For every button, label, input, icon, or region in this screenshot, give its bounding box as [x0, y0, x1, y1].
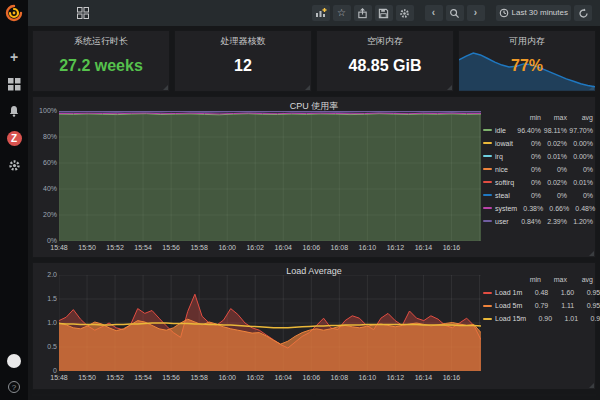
panel-partial-right[interactable]: [316, 394, 596, 396]
x-tick: 15:56: [162, 244, 180, 251]
x-tick: 16:04: [274, 244, 292, 251]
time-shift-back-button[interactable]: ‹: [425, 5, 443, 21]
legend-series-user[interactable]: user0.84%2.39%1.20%: [483, 215, 593, 228]
load-chart-plot[interactable]: [59, 275, 481, 371]
legend-series-label: steal: [495, 192, 515, 199]
resize-handle[interactable]: [163, 85, 168, 90]
dashboard-picker-button[interactable]: [72, 4, 94, 22]
legend-header: minmaxavg: [483, 111, 593, 124]
legend-series-label: Load 15m: [495, 315, 526, 322]
save-dashboard-button[interactable]: [375, 5, 393, 21]
panel-load-average[interactable]: Load Average 00.51.01.52.0 15:4815:5015:…: [32, 262, 596, 390]
refresh-icon: [578, 8, 589, 19]
user-avatar: [7, 354, 21, 368]
sidebar-item-dashboards[interactable]: [3, 75, 25, 93]
x-tick: 15:50: [78, 374, 96, 381]
x-tick: 15:48: [50, 244, 68, 251]
share-icon: [357, 8, 368, 19]
x-tick: 15:54: [134, 374, 152, 381]
legend-swatch: [483, 181, 492, 183]
time-shift-forward-button[interactable]: ›: [467, 5, 485, 21]
legend-min-value: 0.38%: [517, 205, 543, 212]
legend-avg-value: 97.70%: [567, 127, 593, 134]
legend-avg-value: 0.01%: [567, 179, 593, 186]
panel-cores[interactable]: 处理器核数 12: [174, 30, 312, 92]
legend-min-value: 0%: [515, 153, 541, 160]
chevron-right-icon: ›: [474, 6, 477, 20]
panel-partial-left[interactable]: [32, 394, 312, 396]
dashboards-grid-icon: [8, 78, 21, 91]
zoom-out-button[interactable]: [446, 5, 464, 21]
star-dashboard-button[interactable]: ☆: [333, 5, 351, 21]
resize-handle[interactable]: [589, 251, 594, 256]
load-legend: minmaxavgLoad 1m0.481.600.95Load 5m0.791…: [483, 273, 593, 325]
load-y-axis: 00.51.01.52.0: [33, 275, 57, 371]
stat-available-memory-value: 77%: [459, 57, 595, 75]
legend-series-load-5m[interactable]: Load 5m0.791.110.95: [483, 299, 593, 312]
refresh-button[interactable]: [574, 5, 592, 21]
zoom-out-icon: [449, 8, 460, 19]
share-dashboard-button[interactable]: [354, 5, 372, 21]
cpu-chart-plot[interactable]: [59, 111, 481, 241]
y-tick: 0.5: [35, 343, 57, 350]
legend-max-value: 1.01: [552, 315, 578, 322]
resize-handle[interactable]: [305, 85, 310, 90]
legend-max-value: 1.11: [548, 302, 574, 309]
panel-cpu-usage[interactable]: CPU 使用率 0%20%40%60%80%100% 15:4815:5015:…: [32, 96, 596, 259]
legend-min-value: 0%: [515, 166, 541, 173]
x-tick: 16:16: [443, 374, 461, 381]
legend-series-iowait[interactable]: iowait0%0.02%0.00%: [483, 137, 593, 150]
cpu-y-axis: 0%20%40%60%80%100%: [33, 111, 57, 241]
legend-series-load-15m[interactable]: Load 15m0.901.010.95: [483, 312, 593, 325]
x-tick: 16:00: [218, 374, 236, 381]
y-tick: 1.0: [35, 319, 57, 326]
legend-series-irq[interactable]: irq0%0.01%0.00%: [483, 150, 593, 163]
legend-column-avg: avg: [567, 276, 593, 283]
grafana-dashboard: + Z: [0, 0, 600, 400]
legend-swatch: [483, 207, 492, 209]
legend-avg-value: 0%: [567, 166, 593, 173]
legend-column-min: min: [515, 276, 541, 283]
grafana-logo-icon: [5, 4, 23, 22]
zabbix-app-icon: Z: [7, 131, 22, 146]
user-avatar-button[interactable]: [3, 352, 25, 370]
legend-swatch: [483, 318, 492, 320]
x-tick: 15:54: [134, 244, 152, 251]
panel-available-memory[interactable]: 可用内存 77%: [458, 30, 596, 92]
legend-series-steal[interactable]: steal0%0%0%: [483, 189, 593, 202]
add-panel-button[interactable]: [312, 5, 330, 21]
sidebar-item-alerting[interactable]: [3, 102, 25, 120]
legend-series-softirq[interactable]: softirq0%0.02%0.01%: [483, 176, 593, 189]
legend-min-value: 96.40%: [515, 127, 541, 134]
sidebar-item-configuration[interactable]: [3, 156, 25, 174]
x-tick: 15:48: [50, 374, 68, 381]
settings-gear-icon: [399, 8, 410, 19]
legend-series-system[interactable]: system0.38%0.66%0.48%: [483, 202, 593, 215]
sidebar-item-zabbix-app[interactable]: Z: [3, 129, 25, 147]
help-button[interactable]: ?: [3, 378, 25, 396]
stat-row: 系统运行时长 27.2 weeks 处理器核数 12 空闲内存 48.85 Gi…: [32, 30, 596, 92]
panel-uptime[interactable]: 系统运行时长 27.2 weeks: [32, 30, 170, 92]
legend-avg-value: 0.95: [578, 315, 600, 322]
resize-handle[interactable]: [589, 383, 594, 388]
grafana-logo-button[interactable]: [0, 0, 28, 26]
resize-handle[interactable]: [447, 85, 452, 90]
sidebar-item-create[interactable]: +: [3, 48, 25, 66]
time-range-picker[interactable]: Last 30 minutes: [496, 5, 571, 21]
legend-avg-value: 0.95: [574, 302, 600, 309]
x-tick: 16:06: [303, 244, 321, 251]
legend-series-idle[interactable]: idle96.40%98.11%97.70%: [483, 124, 593, 137]
dashboard-settings-button[interactable]: [396, 5, 414, 21]
panel-title: 系统运行时长: [33, 31, 169, 48]
panel-free-memory[interactable]: 空闲内存 48.85 GiB: [316, 30, 454, 92]
legend-series-load-1m[interactable]: Load 1m0.481.600.95: [483, 286, 593, 299]
legend-series-label: iowait: [495, 140, 515, 147]
y-tick: 0%: [35, 237, 57, 244]
panel-title: 可用内存: [459, 31, 595, 48]
x-tick: 16:14: [415, 374, 433, 381]
y-tick: 40%: [35, 185, 57, 192]
legend-max-value: 0.02%: [541, 179, 567, 186]
legend-series-nice[interactable]: nice0%0%0%: [483, 163, 593, 176]
legend-min-value: 0%: [515, 192, 541, 199]
x-tick: 16:02: [246, 244, 264, 251]
